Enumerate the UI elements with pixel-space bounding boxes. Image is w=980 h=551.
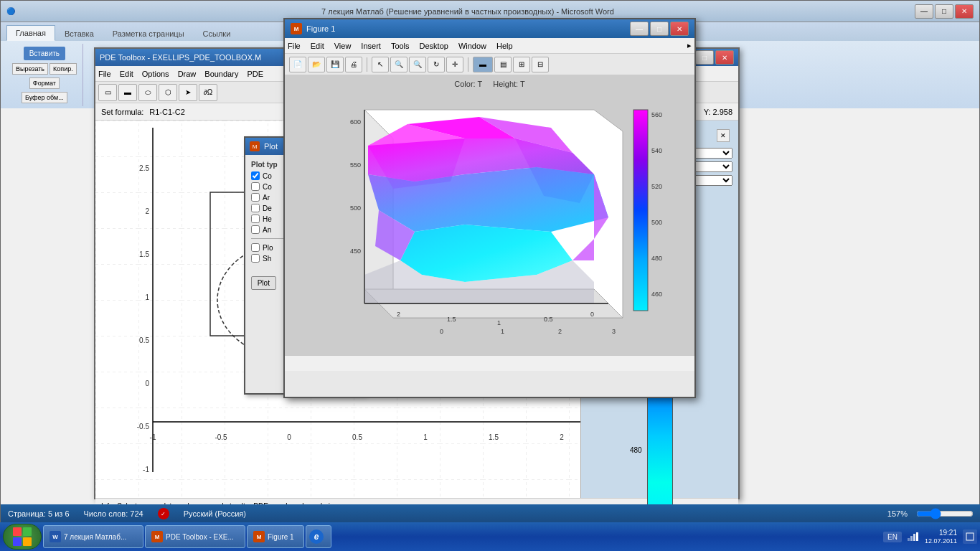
checkbox-he[interactable] xyxy=(251,215,260,223)
tool-pointer[interactable]: ↖ xyxy=(372,57,389,72)
tool-zoom-out[interactable]: 🔍 xyxy=(409,57,426,72)
tool-grid2[interactable]: ⊟ xyxy=(532,57,549,72)
taskbar-network-icon xyxy=(908,532,919,541)
svg-text:480: 480 xyxy=(651,255,662,262)
svg-text:1: 1 xyxy=(497,319,501,326)
svg-text:1.5: 1.5 xyxy=(139,250,149,258)
pde-menu-options[interactable]: Options xyxy=(142,70,169,78)
checkbox-sh[interactable] xyxy=(251,254,260,263)
fig-menu-window[interactable]: Window xyxy=(458,42,486,50)
pde-maximize-button[interactable]: □ xyxy=(695,50,714,65)
svg-text:0.5: 0.5 xyxy=(352,433,362,441)
taskbar-item-pde[interactable]: M PDE Toolbox - EXE... xyxy=(145,525,245,548)
tool-print[interactable]: 🖨 xyxy=(345,57,362,72)
coord-y: Y: 2.958 xyxy=(704,108,732,116)
svg-rect-65 xyxy=(913,534,915,541)
checkbox-an[interactable] xyxy=(251,225,260,234)
ie-icon: e xyxy=(309,529,324,544)
taskbar-item-ie[interactable]: e xyxy=(306,525,331,548)
fig-menu-tools[interactable]: Tools xyxy=(391,42,410,50)
word-close-button[interactable]: ✕ xyxy=(955,4,974,19)
tool-zoom-in[interactable]: 🔍 xyxy=(390,57,407,72)
tool-colorbar-btn[interactable]: ▬ xyxy=(473,57,493,72)
desktop: 🔵 7 лекция Матлаб (Решение уравнений в ч… xyxy=(0,0,980,551)
word-count: Число слов: 724 xyxy=(84,509,143,518)
fig-menu-edit[interactable]: Edit xyxy=(311,42,324,50)
svg-text:460: 460 xyxy=(651,291,662,298)
format-button[interactable]: Формат xyxy=(29,77,60,89)
figure-plot-area[interactable]: Color: T Height: T xyxy=(285,75,694,355)
word-title: 7 лекция Матлаб (Решение уравнений в час… xyxy=(21,7,915,16)
svg-text:450: 450 xyxy=(350,248,361,255)
copy-button[interactable]: Копир. xyxy=(50,63,77,75)
fig-menu-view[interactable]: View xyxy=(334,42,352,50)
figure-close-button[interactable]: ✕ xyxy=(670,22,689,36)
spell-check-icon[interactable]: ✓ xyxy=(158,508,169,519)
plot-button[interactable]: Plot xyxy=(251,276,276,290)
taskbar-figure-label: Figure 1 xyxy=(268,533,294,541)
svg-text:550: 550 xyxy=(350,161,361,169)
checkbox-co2[interactable] xyxy=(251,182,260,191)
fig-menu-desktop[interactable]: Desktop xyxy=(420,42,448,50)
tool-poly[interactable]: ⬡ xyxy=(159,84,177,101)
cut-button[interactable]: Вырезать xyxy=(12,63,48,75)
tool-ellipse[interactable]: ⬭ xyxy=(138,84,157,101)
svg-text:500: 500 xyxy=(350,204,361,212)
3d-plot-svg: 600 550 500 450 2 1.5 1 0.5 0 0 1 2 3 xyxy=(321,88,666,354)
figure-maximize-button[interactable]: □ xyxy=(650,22,669,36)
fig-menu-file[interactable]: File xyxy=(288,42,301,50)
tool-boundary[interactable]: ∂Ω xyxy=(199,84,217,101)
panel-close-button[interactable]: ✕ xyxy=(717,129,730,142)
svg-text:500: 500 xyxy=(651,219,662,226)
fig-menu-more[interactable]: ▸ xyxy=(687,41,692,50)
tool-new[interactable]: 📄 xyxy=(289,57,306,72)
tool-rect[interactable]: ▭ xyxy=(98,84,117,101)
svg-rect-66 xyxy=(916,532,918,541)
toolbar-sep1 xyxy=(367,57,367,72)
formula-value: R1-C1-C2 xyxy=(149,108,185,116)
word-minimize-button[interactable]: — xyxy=(915,4,933,19)
svg-text:1: 1 xyxy=(423,433,428,441)
tool-save[interactable]: 💾 xyxy=(326,57,344,72)
svg-text:1: 1 xyxy=(145,293,149,301)
checkbox-de[interactable] xyxy=(251,204,260,212)
tool-legend[interactable]: ▤ xyxy=(494,57,512,72)
tab-home[interactable]: Главная xyxy=(6,25,55,41)
tab-insert[interactable]: Вставка xyxy=(55,26,103,41)
pde-menu-pde[interactable]: PDE xyxy=(247,70,263,78)
taskbar-clock: 19:21 12.07.2011 xyxy=(925,528,957,546)
zoom-slider[interactable] xyxy=(916,508,974,519)
pde-menu-boundary[interactable]: Boundary xyxy=(204,70,238,78)
figure-minimize-button[interactable]: — xyxy=(630,22,649,36)
tool-datacursor[interactable]: ✛ xyxy=(446,57,463,72)
taskbar-item-figure[interactable]: M Figure 1 xyxy=(247,525,304,548)
figure-titlebar: M Figure 1 — □ ✕ xyxy=(285,19,694,38)
svg-text:1.5: 1.5 xyxy=(447,316,456,323)
start-button[interactable] xyxy=(3,524,42,550)
fig-menu-help[interactable]: Help xyxy=(496,42,513,50)
checkbox-plo[interactable] xyxy=(251,243,260,252)
paste-button[interactable]: Вставить xyxy=(24,47,65,60)
checkbox-ar[interactable] xyxy=(251,193,260,202)
figure-titlebar-buttons: — □ ✕ xyxy=(630,22,689,36)
svg-text:0: 0 xyxy=(590,311,594,318)
buffer-button[interactable]: Буфер обм... xyxy=(22,92,67,103)
tab-layout[interactable]: Разметка страницы xyxy=(103,26,194,41)
tool-rotate[interactable]: ↻ xyxy=(428,57,445,72)
show-desktop-button[interactable] xyxy=(963,529,977,544)
language: Русский (Россия) xyxy=(184,509,246,518)
tool-open[interactable]: 📂 xyxy=(308,57,325,72)
tool-grid1[interactable]: ⊞ xyxy=(513,57,530,72)
pde-close-button[interactable]: ✕ xyxy=(715,50,734,65)
tab-references[interactable]: Ссылки xyxy=(194,26,240,41)
fig-menu-insert[interactable]: Insert xyxy=(361,42,381,50)
pde-menu-file[interactable]: File xyxy=(98,70,111,78)
pde-menu-draw[interactable]: Draw xyxy=(178,70,197,78)
word-maximize-button[interactable]: □ xyxy=(935,4,953,19)
svg-text:0.5: 0.5 xyxy=(544,316,553,323)
checkbox-co1[interactable] xyxy=(251,171,260,180)
pde-menu-edit[interactable]: Edit xyxy=(120,70,133,78)
tool-rect2[interactable]: ▬ xyxy=(118,84,137,101)
tool-arrow[interactable]: ➤ xyxy=(179,84,197,101)
taskbar-item-word[interactable]: W 7 лекция Матлаб... xyxy=(43,525,143,548)
